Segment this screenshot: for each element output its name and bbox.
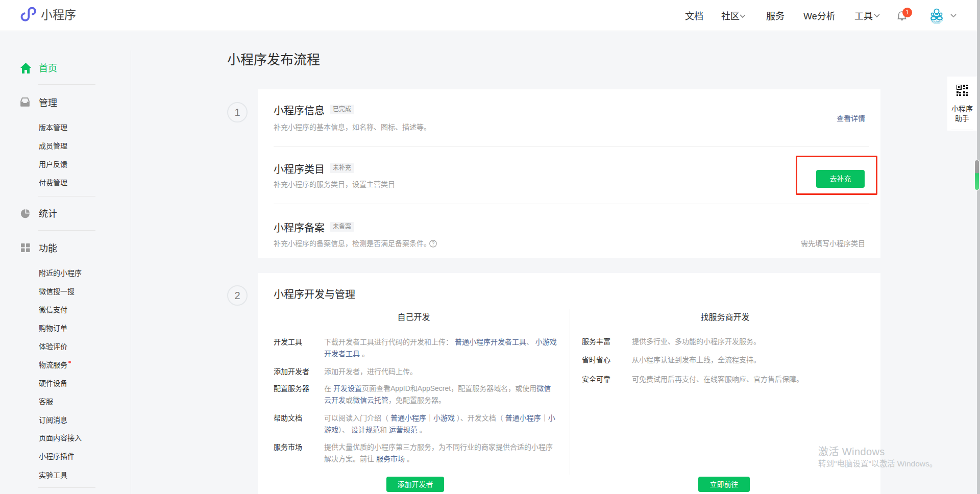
- svg-text:"kychakr": "kychakr": [930, 20, 942, 23]
- svg-text:?: ?: [432, 241, 435, 246]
